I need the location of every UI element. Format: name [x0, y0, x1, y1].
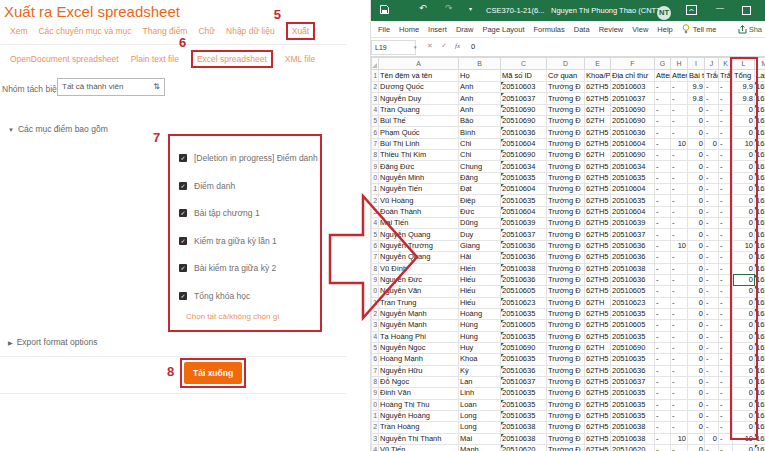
cell-J28[interactable]: -	[705, 376, 719, 387]
cell-D33[interactable]: Trường Đ	[547, 433, 585, 444]
cell-E32[interactable]: 62TH5	[585, 422, 611, 433]
row-number-34[interactable]: 34	[372, 445, 379, 451]
cell-E2[interactable]: 62TH5	[585, 82, 611, 93]
ribbon-tab-review[interactable]: Review	[599, 25, 624, 34]
cell-M11[interactable]: 1633	[755, 184, 765, 195]
cell-F32[interactable]: 20510638	[611, 422, 655, 433]
cell-I24[interactable]: 0	[688, 331, 705, 342]
cell-L26[interactable]: 0	[733, 354, 755, 365]
cell-A9[interactable]: Đặng Đức	[379, 161, 459, 172]
row-number-10[interactable]: 10	[372, 172, 379, 183]
cell-G14[interactable]: -	[655, 218, 671, 229]
cell-F2[interactable]: 20510603	[611, 82, 655, 93]
cell-K29[interactable]: -	[719, 388, 733, 399]
cell-M23[interactable]: 1633	[755, 320, 765, 331]
row-number-27[interactable]: 27	[372, 365, 379, 376]
name-box[interactable]: L19	[371, 40, 416, 55]
cell-H25[interactable]: -	[671, 342, 688, 353]
cell-H7[interactable]: 10	[671, 138, 688, 149]
column-header-C[interactable]: C	[501, 58, 547, 70]
cell-J1[interactable]: Trắc	[705, 70, 719, 82]
cell-K3[interactable]: -	[719, 93, 733, 104]
cell-G4[interactable]: -	[655, 104, 671, 115]
cell-E4[interactable]: 62TH	[585, 104, 611, 115]
cell-C29[interactable]: 20510635	[501, 388, 547, 399]
cell-M25[interactable]: 1633	[755, 342, 765, 353]
column-header-D[interactable]: D	[547, 58, 585, 70]
cell-K31[interactable]: -	[719, 410, 733, 421]
cell-E7[interactable]: 62TH5	[585, 138, 611, 149]
cell-M17[interactable]: 1633	[755, 252, 765, 263]
cell-M15[interactable]: 1633	[755, 229, 765, 240]
cell-M10[interactable]: 1633	[755, 172, 765, 183]
cell-C31[interactable]: 20510635	[501, 410, 547, 421]
row-number-4[interactable]: 4	[372, 104, 379, 115]
cell-J3[interactable]: -	[705, 93, 719, 104]
cell-B19[interactable]: Hiếu	[459, 274, 501, 285]
cell-A8[interactable]: Thiều Thị Kim	[379, 150, 459, 161]
cell-L32[interactable]: 0	[733, 422, 755, 433]
row-number-3[interactable]: 3	[372, 93, 379, 104]
cell-I4[interactable]: 0	[688, 104, 705, 115]
cell-H28[interactable]: -	[671, 376, 688, 387]
cell-G29[interactable]: -	[655, 388, 671, 399]
cell-I29[interactable]: 0	[688, 388, 705, 399]
cell-F13[interactable]: 20510604	[611, 206, 655, 217]
row-number-33[interactable]: 33	[372, 433, 379, 444]
cell-L28[interactable]: 0	[733, 376, 755, 387]
cell-I34[interactable]: 0	[688, 445, 705, 451]
cell-M7[interactable]: 1633	[755, 138, 765, 149]
cell-I32[interactable]: 0	[688, 422, 705, 433]
cell-B31[interactable]: Long	[459, 410, 501, 421]
cell-F19[interactable]: 20510636	[611, 274, 655, 285]
cell-G20[interactable]: -	[655, 286, 671, 297]
cell-K14[interactable]: -	[719, 218, 733, 229]
column-header-K[interactable]: K	[719, 58, 733, 70]
cell-G10[interactable]: -	[655, 172, 671, 183]
cell-H2[interactable]: -	[671, 82, 688, 93]
cell-C23[interactable]: 20510605	[501, 320, 547, 331]
cell-J14[interactable]: -	[705, 218, 719, 229]
cell-B22[interactable]: Hoàng	[459, 308, 501, 319]
moodle-tab-ch-[interactable]: Chữ	[198, 26, 215, 36]
cell-G26[interactable]: -	[655, 354, 671, 365]
ribbon-tab-view[interactable]: View	[632, 25, 648, 34]
cell-G22[interactable]: -	[655, 308, 671, 319]
cell-L33[interactable]: 10	[733, 433, 755, 444]
cell-E29[interactable]: 62TH5	[585, 388, 611, 399]
row-number-6[interactable]: 6	[372, 127, 379, 138]
cell-I16[interactable]: 0	[688, 240, 705, 251]
cell-H11[interactable]: -	[671, 184, 688, 195]
cell-F28[interactable]: 20510637	[611, 376, 655, 387]
cancel-entry-icon[interactable]: ✕	[427, 42, 433, 50]
cell-B8[interactable]: Chi	[459, 150, 501, 161]
cell-E25[interactable]: 62TH	[585, 342, 611, 353]
cell-I31[interactable]: 0	[688, 410, 705, 421]
moodle-tab-xem[interactable]: Xem	[10, 26, 27, 36]
cell-K27[interactable]: -	[719, 365, 733, 376]
cell-G28[interactable]: -	[655, 376, 671, 387]
column-header-A[interactable]: A	[379, 58, 459, 70]
cell-M33[interactable]: 1633	[755, 433, 765, 444]
cell-D29[interactable]: Trường Đ	[547, 388, 585, 399]
cell-D20[interactable]: Trường Đ	[547, 286, 585, 297]
cell-J22[interactable]: -	[705, 308, 719, 319]
cell-K8[interactable]: -	[719, 150, 733, 161]
cell-A25[interactable]: Nguyễn Ngọc	[379, 342, 459, 353]
cell-B17[interactable]: Hải	[459, 252, 501, 263]
cell-J11[interactable]: -	[705, 184, 719, 195]
cell-G27[interactable]: -	[655, 365, 671, 376]
cell-F24[interactable]: 20510635	[611, 331, 655, 342]
cell-J21[interactable]: -	[705, 297, 719, 308]
cell-H22[interactable]: -	[671, 308, 688, 319]
cell-K10[interactable]: -	[719, 172, 733, 183]
cell-L15[interactable]: 0	[733, 229, 755, 240]
row-number-1[interactable]: 1	[372, 70, 379, 82]
cell-F8[interactable]: 20510690	[611, 150, 655, 161]
cell-M32[interactable]: 1633	[755, 422, 765, 433]
cell-K20[interactable]: -	[719, 286, 733, 297]
cell-F5[interactable]: 20510690	[611, 116, 655, 127]
cell-D32[interactable]: Trường Đ	[547, 422, 585, 433]
cell-H14[interactable]: -	[671, 218, 688, 229]
cell-C10[interactable]: 20510635	[501, 172, 547, 183]
